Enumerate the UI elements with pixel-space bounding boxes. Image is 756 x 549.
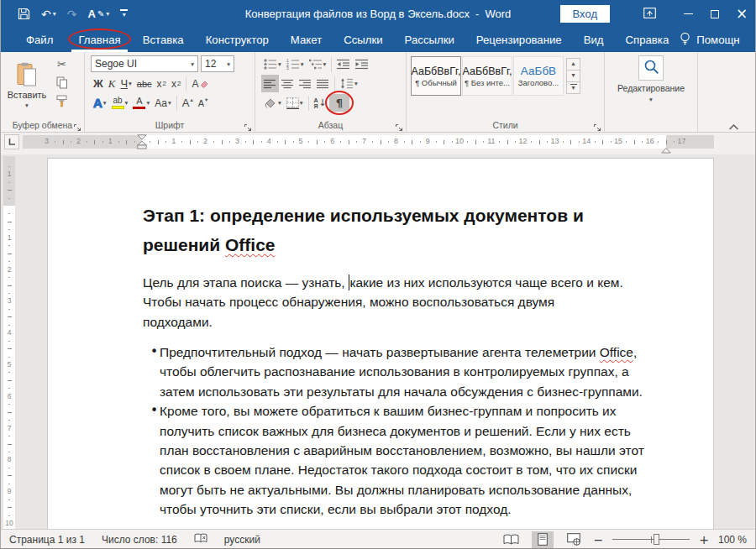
save-icon[interactable] (18, 8, 30, 20)
text-style-icon[interactable]: А✎▾ (87, 8, 109, 19)
web-layout-button[interactable] (563, 531, 585, 548)
dialog-launcher-font-icon[interactable] (244, 120, 252, 128)
tab-file[interactable]: Файл (12, 28, 67, 52)
tab-макет[interactable]: Макет (280, 28, 333, 52)
editing-button[interactable]: Редактирование ▾ (605, 55, 697, 103)
app-name: Word (485, 8, 511, 20)
italic-button[interactable]: К (106, 75, 118, 92)
undo-button[interactable]: ↶▾ (41, 8, 56, 20)
align-right-button[interactable] (297, 75, 314, 92)
clear-formatting-button[interactable]: А (189, 75, 210, 92)
sort-button[interactable]: АЯ↓ (312, 94, 329, 112)
tab-главная[interactable]: Главная (67, 28, 131, 52)
document-paragraph[interactable]: Цель для этапа поиска — узнать, какие из… (143, 273, 623, 332)
horizontal-ruler[interactable]: 3211234567891011121314151617 (23, 135, 714, 149)
cut-icon[interactable]: ✂ (53, 55, 71, 72)
tab-рецензирование[interactable]: Рецензирование (465, 28, 573, 52)
align-center-button[interactable] (279, 75, 297, 92)
style-card-heading1[interactable]: АаБбВ Заголово... (513, 56, 564, 96)
font-name-combo[interactable]: Segoe UI▾ (91, 55, 198, 72)
zoom-in-button[interactable]: + (699, 534, 709, 546)
list-item[interactable]: • Кроме того, вы можете обратиться к ваш… (143, 401, 680, 519)
text-effects-button[interactable]: А▾ (91, 94, 109, 112)
tab-вид[interactable]: Вид (573, 28, 615, 52)
indent-markers[interactable] (137, 134, 147, 153)
proofing-errors-icon[interactable] (194, 533, 207, 546)
grow-font-button[interactable]: А▴ (180, 94, 196, 112)
zoom-level[interactable]: 100 % (718, 534, 747, 546)
tab-справка[interactable]: Справка (615, 28, 680, 52)
maximize-button[interactable] (701, 0, 728, 28)
change-case-button[interactable]: Аа▾ (152, 94, 174, 112)
styles-scroll-up-icon[interactable]: ▴ (566, 58, 580, 71)
justify-button[interactable] (314, 75, 332, 92)
page-indicator[interactable]: Страница 1 из 1 (9, 534, 85, 546)
quick-access-toolbar: ↶▾ ↷ А✎▾ ▾ (1, 8, 128, 20)
vertical-ruler[interactable]: 112345678910 (3, 156, 15, 529)
close-button[interactable]: × (728, 0, 755, 28)
editing-dropdown-icon: ▾ (649, 96, 653, 103)
document-heading[interactable]: Этап 1: определение используемых докумен… (143, 201, 697, 259)
align-left-button[interactable] (261, 75, 279, 92)
zoom-slider[interactable] (612, 533, 690, 546)
tab-рассылки[interactable]: Рассылки (394, 28, 465, 52)
language-indicator[interactable]: русский (224, 534, 260, 546)
signin-button[interactable]: Вход (560, 5, 610, 23)
minimize-button[interactable] (675, 0, 701, 28)
minimize-icon (684, 13, 693, 15)
format-painter-icon[interactable] (53, 92, 71, 109)
qat-customize-icon[interactable]: ▾ (120, 9, 128, 18)
show-paragraph-marks-button[interactable]: ¶ (329, 94, 349, 112)
document-page[interactable]: Этап 1: определение используемых докумен… (47, 158, 714, 529)
multilevel-list-button[interactable]: ▾ (307, 55, 329, 73)
word-count[interactable]: Число слов: 116 (102, 534, 177, 546)
print-layout-button[interactable] (532, 531, 554, 548)
shrink-font-button[interactable]: А▾ (196, 94, 211, 112)
tell-me-box[interactable]: Помощн (696, 34, 739, 46)
highlight-color-button[interactable]: ab▾ (109, 94, 131, 112)
bold-button[interactable]: Ж (91, 75, 106, 92)
lightbulb-icon (680, 32, 690, 49)
zoom-slider-handle[interactable] (654, 534, 659, 545)
dialog-launcher-paragraph-icon[interactable] (395, 120, 403, 128)
bullet-glyph: • (143, 401, 160, 519)
increase-indent-button[interactable] (353, 55, 371, 73)
list-item[interactable]: • Предпочтительный подход — начать разве… (143, 342, 680, 401)
bullets-button[interactable]: ▾ (261, 55, 284, 73)
line-spacing-button[interactable]: ▾ (338, 75, 360, 92)
document-title: Конвертация файлов из Ворд в Эксель.docx (245, 8, 470, 20)
document-area: 112345678910 Этап 1: определение использ… (1, 154, 755, 529)
numbering-button[interactable]: 123▾ (284, 55, 307, 73)
style-card-normal[interactable]: АаБбВвГг, ¶ Обычный (411, 56, 461, 96)
styles-gallery-more-icon[interactable]: ▾ (566, 81, 580, 94)
dialog-launcher-styles-icon[interactable] (593, 120, 601, 128)
paste-dropdown-icon[interactable]: ▾ (25, 102, 29, 109)
borders-button[interactable]: ▾ (284, 94, 306, 112)
style-card-no-spacing[interactable]: АаБбВвГг, ¶ Без инте... (462, 56, 512, 96)
font-color-button[interactable]: А▾ (130, 94, 152, 112)
styles-scroll-down-icon[interactable]: ▾ (566, 70, 580, 82)
ribbon-display-options-icon[interactable] (643, 7, 656, 22)
zoom-out-button[interactable]: − (594, 534, 604, 546)
paste-button[interactable]: Вставить ▾ (5, 55, 49, 116)
tab-вставка[interactable]: Вставка (132, 28, 195, 52)
collapse-ribbon-button[interactable] (728, 119, 740, 128)
underline-button[interactable]: Ч▾ (118, 75, 134, 92)
shading-button[interactable]: ▾ (261, 94, 284, 112)
copy-icon[interactable] (53, 74, 71, 91)
ribbon: Вставить ▾ ✂ Буфер обмена Segoe UI (1, 52, 755, 133)
document-bullet-list[interactable]: • Предпочтительный подход — начать разве… (143, 342, 680, 520)
read-mode-button[interactable] (501, 531, 522, 548)
decrease-indent-button[interactable] (334, 55, 353, 73)
font-size-combo[interactable]: 12▾ (201, 55, 234, 72)
tab-ссылки[interactable]: Ссылки (333, 28, 393, 52)
tab-stop-selector[interactable] (4, 134, 19, 149)
subscript-button[interactable]: x2 (155, 75, 169, 92)
status-bar: Страница 1 из 1 Число слов: 116 русский … (1, 529, 755, 549)
tab-конструктор[interactable]: Конструктор (195, 28, 280, 52)
group-label-paragraph: Абзац (255, 120, 406, 130)
superscript-button[interactable]: x2 (169, 75, 183, 92)
strikethrough-button[interactable]: abc (134, 75, 155, 92)
dialog-launcher-clipboard-icon[interactable] (73, 120, 81, 128)
group-paragraph: ▾ 123▾ ▾ ▾ ▾ ▾ АЯ↓ ¶ (255, 52, 407, 132)
